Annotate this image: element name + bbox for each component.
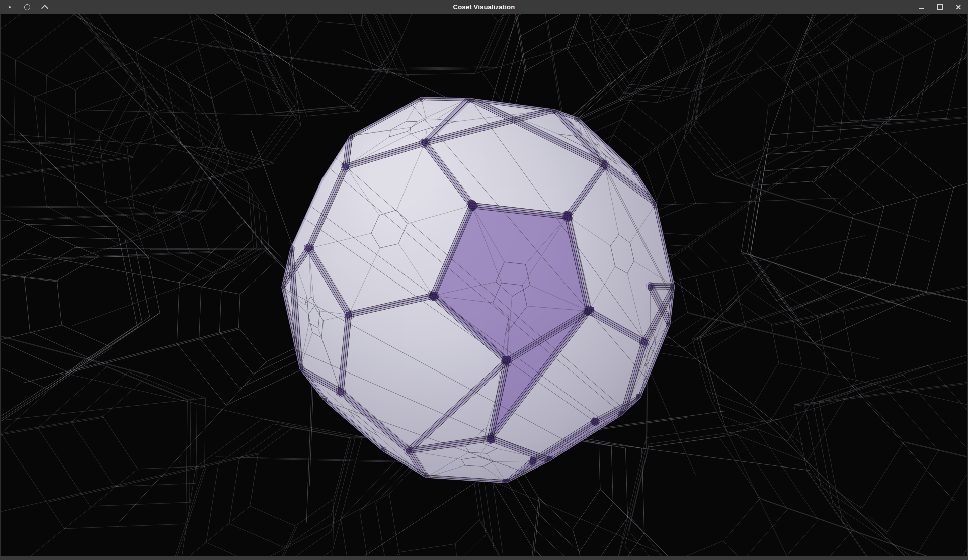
close-button[interactable]: ✕	[954, 2, 963, 13]
window-title: Coset Visualization	[0, 3, 968, 11]
chevron-up-icon[interactable]	[40, 2, 49, 13]
window-border-left	[0, 14, 1, 556]
maximize-icon	[937, 4, 943, 10]
titlebar[interactable]: Coset Visualization ✕	[0, 0, 968, 14]
app-window: Coset Visualization ✕	[0, 0, 968, 560]
3d-scene-canvas[interactable]	[1, 14, 967, 556]
circle-icon[interactable]	[23, 2, 32, 13]
dot-indicator-icon[interactable]	[5, 2, 14, 13]
titlebar-left-controls	[5, 2, 49, 13]
close-icon: ✕	[955, 4, 961, 11]
window-border-bottom[interactable]	[0, 556, 968, 560]
titlebar-right-controls: ✕	[917, 0, 963, 14]
minimize-icon	[919, 8, 924, 9]
viewport	[1, 14, 967, 556]
minimize-button[interactable]	[917, 2, 926, 13]
maximize-button[interactable]	[935, 2, 944, 13]
